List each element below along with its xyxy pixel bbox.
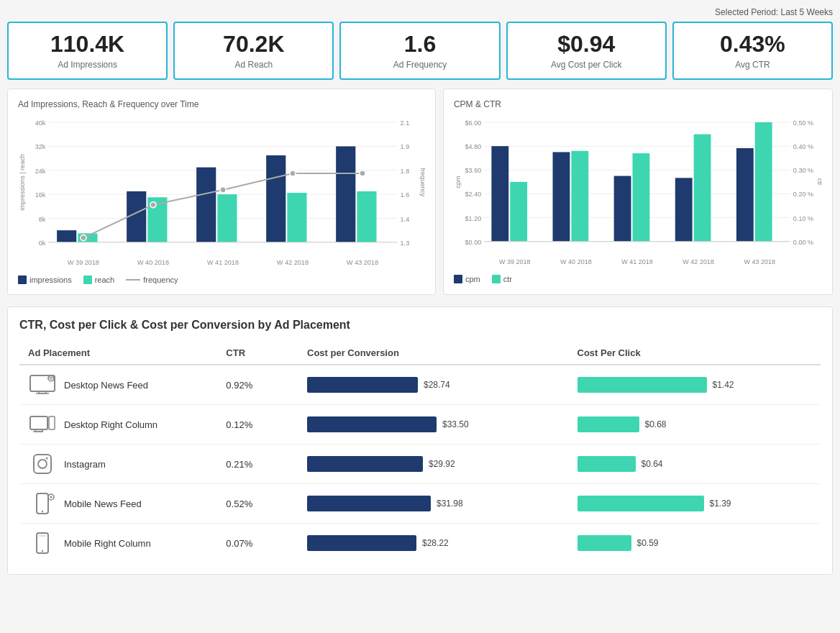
chart-left-svg-container: 40k2.132k1.924k1.816k1.68k1.40k1.3impres…: [18, 115, 425, 270]
svg-text:0k: 0k: [39, 240, 46, 247]
placement-icon-3: [28, 491, 57, 516]
svg-text:40k: 40k: [35, 119, 46, 127]
svg-point-33: [290, 170, 296, 176]
kpi-label-0: Ad Impressions: [16, 60, 159, 70]
svg-point-86: [38, 460, 47, 468]
svg-text:ctr: ctr: [816, 178, 822, 186]
cell-cost-conversion-4: $28.22: [298, 524, 569, 563]
kpi-value-3: $0.94: [515, 32, 658, 57]
legend-frequency-label: frequency: [143, 275, 178, 284]
legend-reach-icon: [83, 275, 92, 284]
table-row: Mobile Right Column 0.07% $28.22 $0.59: [19, 524, 821, 563]
chart-right: CPM & CTR $6.000.50 %$4.800.40 %$3.600.3…: [443, 88, 833, 295]
conv-bar-0: [307, 377, 418, 393]
svg-rect-22: [127, 191, 146, 242]
svg-point-32: [220, 187, 226, 193]
svg-rect-28: [336, 147, 355, 242]
svg-text:1.8: 1.8: [401, 168, 410, 175]
conv-bar-2: [307, 456, 423, 472]
legend-reach-label: reach: [95, 275, 115, 284]
legend-ctr: ctr: [492, 275, 512, 283]
legend-cpm: cpm: [454, 275, 480, 283]
svg-point-31: [150, 202, 156, 208]
conv-value-3: $31.98: [437, 498, 463, 509]
cell-placement-3: Mobile News Feed: [19, 484, 217, 524]
svg-text:$1.20: $1.20: [465, 215, 482, 222]
kpi-label-3: Avg Cost per Click: [515, 60, 658, 70]
conv-value-4: $28.22: [422, 538, 449, 548]
svg-point-91: [42, 511, 43, 512]
svg-text:W 41 2018: W 41 2018: [207, 259, 239, 266]
cell-cost-click-3: $1.39: [569, 484, 821, 524]
col-cost-click: Cost Per Click: [569, 342, 821, 365]
table-row: Mobile News Feed 0.52% $31.98 $1.39: [19, 484, 821, 524]
click-value-1: $0.68: [645, 419, 667, 429]
conv-value-2: $29.92: [429, 459, 455, 469]
placement-name-3: Mobile News Feed: [64, 498, 142, 509]
kpi-value-0: 110.4K: [16, 32, 159, 57]
svg-text:W 42 2018: W 42 2018: [682, 258, 714, 265]
svg-text:$2.40: $2.40: [465, 191, 482, 199]
table-title: CTR, Cost per Click & Cost per Conversio…: [19, 319, 821, 332]
col-cost-conversion: Cost per Conversion: [298, 342, 569, 365]
chart-left: Ad Impressions, Reach & Frequency over T…: [7, 88, 436, 295]
chart-left-title: Ad Impressions, Reach & Frequency over T…: [18, 99, 425, 109]
conv-bar-1: [307, 416, 437, 432]
kpi-label-4: Avg CTR: [681, 60, 824, 70]
svg-rect-25: [217, 194, 237, 242]
svg-point-93: [42, 550, 43, 552]
chart-right-legend: cpm ctr: [454, 275, 822, 283]
svg-point-34: [360, 170, 365, 176]
svg-rect-70: [755, 122, 772, 242]
svg-text:0.20 %: 0.20 %: [793, 191, 813, 199]
svg-text:1.6: 1.6: [401, 191, 410, 199]
svg-text:24k: 24k: [35, 168, 46, 175]
cell-cost-conversion-2: $29.92: [298, 445, 569, 484]
svg-text:1.4: 1.4: [401, 216, 410, 223]
svg-text:1.3: 1.3: [401, 240, 410, 247]
placement-name-4: Mobile Right Column: [64, 538, 151, 549]
cell-cost-conversion-0: $28.74: [298, 365, 569, 405]
svg-text:cpm: cpm: [455, 176, 462, 188]
svg-text:W 39 2018: W 39 2018: [499, 258, 531, 265]
placement-name-2: Instagram: [64, 459, 106, 470]
cell-placement-0: Desktop News Feed: [19, 365, 217, 405]
svg-text:0.30 %: 0.30 %: [793, 168, 813, 175]
cell-cost-conversion-3: $31.98: [298, 484, 569, 524]
data-table: Ad Placement CTR Cost per Conversion Cos…: [19, 342, 821, 563]
cell-cost-click-4: $0.59: [569, 524, 821, 563]
cell-placement-1: Desktop Right Column: [19, 405, 217, 445]
charts-row: Ad Impressions, Reach & Frequency over T…: [7, 88, 833, 295]
table-row: Desktop Right Column 0.12% $33.50 $0.68: [19, 405, 821, 445]
kpi-card-0: 110.4K Ad Impressions: [7, 22, 168, 80]
click-bar-1: [578, 416, 639, 432]
placement-name-0: Desktop News Feed: [64, 380, 148, 391]
legend-impressions-label: impressions: [29, 275, 72, 284]
kpi-value-2: 1.6: [348, 32, 491, 57]
svg-rect-62: [510, 182, 527, 242]
kpi-label-1: Ad Reach: [182, 60, 325, 70]
placement-icon-4: [28, 531, 57, 555]
svg-text:32k: 32k: [35, 144, 46, 151]
legend-impressions: impressions: [18, 275, 72, 284]
svg-text:W 43 2018: W 43 2018: [744, 258, 775, 265]
svg-rect-64: [571, 151, 588, 242]
kpi-value-1: 70.2K: [182, 32, 325, 57]
svg-text:0.40 %: 0.40 %: [793, 143, 813, 150]
selected-period-label: Selected Period:: [715, 7, 778, 17]
placement-name-1: Desktop Right Column: [64, 419, 158, 430]
svg-text:W 41 2018: W 41 2018: [621, 258, 653, 265]
svg-text:0.10 %: 0.10 %: [793, 215, 813, 222]
placement-icon-0: [28, 373, 57, 397]
chart-left-legend: impressions reach frequency: [18, 275, 425, 284]
click-value-0: $1.42: [713, 380, 734, 390]
cell-cost-click-1: $0.68: [569, 405, 821, 445]
conv-bar-3: [307, 496, 431, 511]
cell-ctr-0: 0.92%: [217, 365, 298, 405]
cell-ctr-3: 0.52%: [217, 484, 298, 524]
conv-bar-4: [307, 535, 416, 551]
legend-ctr-label: ctr: [503, 275, 512, 283]
legend-ctr-icon: [492, 275, 501, 283]
click-bar-3: [578, 496, 704, 511]
svg-rect-27: [287, 193, 306, 242]
